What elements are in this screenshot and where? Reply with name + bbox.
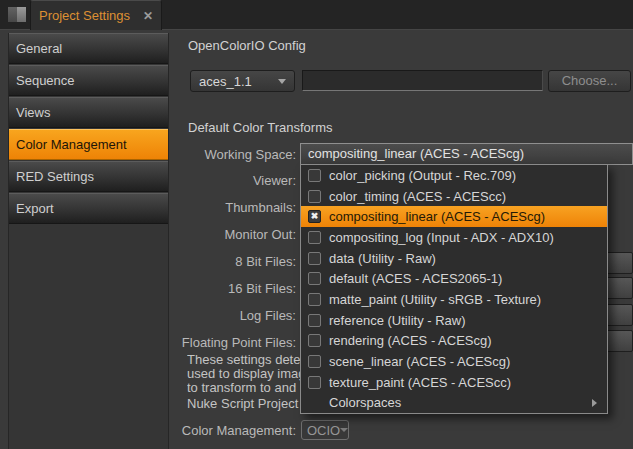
menu-item-label: default (ACES - ACES2065-1) [329,271,502,286]
menu-item-label: data (Utility - Raw) [329,251,436,266]
menu-item-color-timing[interactable]: color_timing (ACES - ACEScc) [301,186,607,207]
working-space-dropdown-menu: color_picking (Output - Rec.709) color_t… [300,164,608,414]
submenu-arrow-icon [592,399,597,407]
choose-button[interactable]: Choose... [548,70,631,92]
checkbox-spacer [308,396,321,409]
menu-item-label: reference (Utility - Raw) [329,313,466,328]
menu-item-texture-paint[interactable]: texture_paint (ACES - ACEScc) [301,372,607,393]
sidebar-item-views[interactable]: Views [9,97,168,128]
tab-project-settings[interactable]: Project Settings ✕ [30,0,162,30]
floating-point-files-label: Floating Point Files: [20,335,296,350]
menu-item-scene-linear[interactable]: scene_linear (ACES - ACEScg) [301,351,607,372]
checkbox-icon [308,314,321,327]
sidebar-item-general[interactable]: General [9,33,168,64]
menu-item-color-picking[interactable]: color_picking (Output - Rec.709) [301,165,607,186]
info-line: These settings deter [187,353,300,367]
menu-item-label: compositing_log (Input - ADX - ADX10) [329,230,554,245]
checkbox-icon [308,169,321,182]
checkbox-icon [308,272,321,285]
info-line: used to display imag [187,367,300,381]
log-files-label: Log Files: [20,308,296,323]
ocio-config-select[interactable]: aces_1.1 [190,70,295,92]
color-management-value: OCIO [307,423,340,438]
checkbox-checked-icon: ✖ [308,210,321,223]
menu-item-default[interactable]: default (ACES - ACES2065-1) [301,268,607,289]
close-icon[interactable]: ✕ [137,9,153,23]
menu-item-label: color_timing (ACES - ACEScc) [329,189,506,204]
menu-item-label: Colorspaces [329,395,401,410]
default-transforms-heading: Default Color Transforms [188,120,333,135]
menu-item-colorspaces[interactable]: Colorspaces [301,392,607,413]
menu-item-compositing-log[interactable]: compositing_log (Input - ADX - ADX10) [301,227,607,248]
menu-item-reference[interactable]: reference (Utility - Raw) [301,310,607,331]
chevron-down-icon [340,428,348,432]
16-bit-files-label: 16 Bit Files: [20,281,296,296]
settings-info-text: These settings deter used to display ima… [187,353,300,395]
8-bit-files-label: 8 Bit Files: [20,254,296,269]
menu-item-label: compositing_linear (ACES - ACEScg) [329,209,545,224]
menu-item-label: matte_paint (Utility - sRGB - Texture) [329,292,541,307]
tab-title: Project Settings [39,8,137,23]
viewer-label: Viewer: [20,173,296,188]
checkbox-icon [308,376,321,389]
working-space-field[interactable]: compositing_linear (ACES - ACEScg) [300,143,633,165]
nuke-script-project-label: Nuke Script Project [187,396,298,411]
panel-dock-icon-right [17,7,26,22]
ocio-config-select-value: aces_1.1 [199,74,252,89]
menu-item-compositing-linear[interactable]: ✖ compositing_linear (ACES - ACEScg) [301,206,607,227]
menu-item-label: color_picking (Output - Rec.709) [329,168,516,183]
color-management-label: Color Management: [20,423,296,438]
working-space-label: Working Space: [20,147,296,162]
tab-bar: Project Settings ✕ [0,0,633,30]
thumbnails-label: Thumbnails: [20,200,296,215]
menu-item-matte-paint[interactable]: matte_paint (Utility - sRGB - Texture) [301,289,607,310]
info-line: to transform to and [187,381,300,395]
checkbox-icon [308,231,321,244]
color-management-select[interactable]: OCIO [301,420,349,440]
menu-item-label: rendering (ACES - ACEScg) [329,333,492,348]
panel-dock-icon-left [8,7,17,22]
checkbox-icon [308,190,321,203]
menu-item-rendering[interactable]: rendering (ACES - ACEScg) [301,330,607,351]
menu-item-label: texture_paint (ACES - ACEScc) [329,375,511,390]
menu-item-data[interactable]: data (Utility - Raw) [301,248,607,269]
ocio-config-heading: OpenColorIO Config [188,38,306,53]
sidebar-item-sequence[interactable]: Sequence [9,65,168,96]
monitor-out-label: Monitor Out: [20,227,296,242]
menu-item-label: scene_linear (ACES - ACEScg) [329,354,510,369]
panel-dock-icon[interactable] [8,7,26,22]
chevron-down-icon [278,79,286,84]
checkbox-icon [308,293,321,306]
checkbox-icon [308,334,321,347]
config-path-input[interactable] [302,70,543,91]
checkbox-icon [308,252,321,265]
checkbox-icon [308,355,321,368]
